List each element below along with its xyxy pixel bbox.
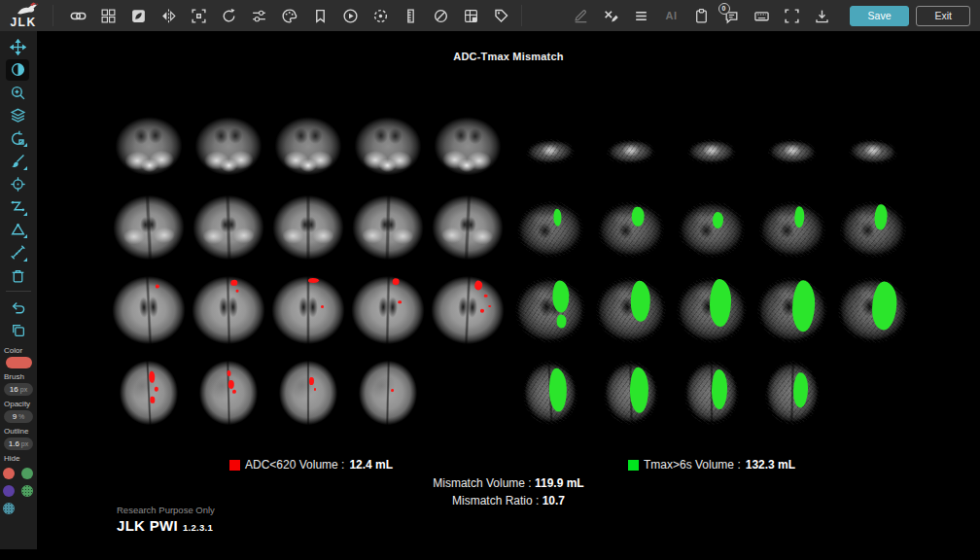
toolbar-left-group: [67, 5, 299, 26]
crosshair-tool[interactable]: [6, 173, 29, 194]
window-level-tool[interactable]: [6, 59, 29, 81]
bookmark-icon[interactable]: [309, 5, 331, 26]
hide-annotations-icon[interactable]: [430, 5, 451, 26]
trash-tool[interactable]: [6, 264, 29, 286]
dwi-slice[interactable]: [428, 103, 508, 186]
perfusion-slice[interactable]: [590, 186, 671, 268]
ai-icon[interactable]: AI: [661, 5, 682, 26]
noise-texture: [848, 137, 897, 164]
rotate-refresh-icon[interactable]: [218, 5, 239, 26]
perfusion-slice[interactable]: [671, 186, 752, 268]
perfusion-slice[interactable]: [671, 351, 752, 434]
adc-lesion-overlay: [227, 369, 230, 376]
layers-tool[interactable]: [6, 105, 29, 126]
polyline-tool[interactable]: [6, 196, 29, 218]
perfusion-slice[interactable]: [832, 268, 913, 351]
dwi-slice[interactable]: [268, 103, 348, 186]
dwi-slice[interactable]: [189, 103, 268, 186]
exit-button[interactable]: Exit: [916, 6, 970, 26]
noise-texture: [838, 199, 907, 259]
perfusion-slice[interactable]: [590, 268, 671, 351]
perfusion-slice[interactable]: [671, 268, 752, 351]
comments-icon[interactable]: 0: [721, 5, 743, 26]
link-icon[interactable]: [67, 5, 88, 26]
draw-pencil-icon[interactable]: [571, 5, 592, 26]
fit-view-icon[interactable]: [188, 5, 209, 26]
dwi-slice[interactable]: [189, 186, 268, 268]
perfusion-slice[interactable]: [752, 186, 832, 268]
save-button[interactable]: Save: [850, 6, 910, 26]
perfusion-slice[interactable]: [590, 351, 671, 434]
delete-annotation-icon[interactable]: [601, 5, 622, 26]
perfusion-slice[interactable]: [832, 186, 913, 268]
keyboard-shortcuts-icon[interactable]: [752, 5, 773, 26]
rotate-tool-tool[interactable]: [6, 127, 29, 149]
cell-grid-icon[interactable]: [460, 5, 481, 26]
dwi-slice[interactable]: [268, 351, 348, 434]
undo-tool[interactable]: [6, 297, 29, 318]
jlk-logo[interactable]: JLK: [0, 0, 47, 31]
brain-slice-image: [679, 201, 745, 258]
target-roi-icon[interactable]: [369, 5, 391, 26]
cine-play-icon[interactable]: [339, 5, 361, 26]
dwi-slice[interactable]: [428, 186, 508, 268]
dwi-slice[interactable]: [189, 268, 268, 351]
perfusion-slice[interactable]: [509, 351, 590, 434]
dwi-slice[interactable]: [109, 268, 189, 351]
opacity-control[interactable]: 9 %: [4, 410, 33, 423]
dwi-slice[interactable]: [348, 268, 428, 351]
opacity-unit: %: [18, 413, 24, 420]
perfusion-slice[interactable]: [590, 103, 671, 186]
dwi-slice[interactable]: [348, 351, 428, 434]
download-icon[interactable]: [812, 5, 833, 26]
tmax-legend: Tmax>6s Volume : 132.3 mL: [628, 458, 795, 472]
adjust-sliders-icon[interactable]: [248, 5, 269, 26]
perfusion-slice[interactable]: [509, 268, 590, 351]
flip-horizontal-icon[interactable]: [158, 5, 179, 26]
brush-unit: px: [20, 386, 27, 393]
color-palette-icon[interactable]: [278, 5, 299, 26]
dwi-slice[interactable]: [428, 268, 508, 351]
perfusion-slice[interactable]: [832, 103, 913, 186]
hide-color-dot-3[interactable]: [3, 485, 15, 497]
hide-color-dot-1[interactable]: [3, 468, 15, 479]
dwi-slice[interactable]: [189, 351, 268, 434]
outline-control[interactable]: 1.6 px: [4, 438, 33, 450]
perfusion-slice[interactable]: [671, 103, 752, 186]
tag-icon[interactable]: [490, 5, 511, 26]
dwi-slice[interactable]: [109, 351, 189, 434]
brain-slice-image: [190, 192, 267, 263]
ruler-icon[interactable]: [400, 5, 421, 26]
perfusion-slice[interactable]: [752, 103, 832, 186]
viewer-canvas[interactable]: ADC-Tmax Mismatch ADC<620 Volume : 12.4 …: [37, 31, 980, 560]
perfusion-slice[interactable]: [509, 186, 590, 268]
color-swatch[interactable]: [6, 357, 32, 368]
duplicate-tool[interactable]: [6, 320, 29, 341]
adc-lesion-overlay: [314, 388, 317, 391]
image-contrast-icon[interactable]: [127, 5, 149, 26]
clipboard-icon[interactable]: [691, 5, 713, 26]
dwi-slice[interactable]: [348, 186, 428, 268]
zoom-in-tool[interactable]: [6, 82, 29, 103]
dwi-slice[interactable]: [268, 186, 348, 268]
perfusion-slice[interactable]: [752, 268, 832, 351]
perfusion-slice[interactable]: [752, 351, 832, 434]
hide-color-dot-4[interactable]: [21, 485, 33, 497]
pan-tool[interactable]: [6, 36, 29, 57]
hide-color-dot-5[interactable]: [3, 503, 15, 514]
ai-label: AI: [666, 10, 678, 21]
fullscreen-icon[interactable]: [782, 5, 803, 26]
adc-legend: ADC<620 Volume : 12.4 mL: [229, 458, 393, 472]
perfusion-slice[interactable]: [509, 103, 590, 186]
polygon-tool[interactable]: [6, 219, 29, 240]
measure-tool[interactable]: [6, 242, 29, 263]
brush-tool[interactable]: [6, 151, 29, 172]
hide-color-dot-2[interactable]: [21, 468, 33, 479]
layout-grid-icon[interactable]: [97, 5, 119, 26]
dwi-slice[interactable]: [268, 268, 348, 351]
menu-lines-icon[interactable]: [631, 5, 652, 26]
dwi-slice[interactable]: [109, 186, 189, 268]
brush-size-control[interactable]: 16 px: [4, 383, 33, 396]
dwi-slice[interactable]: [348, 103, 428, 186]
dwi-slice[interactable]: [109, 103, 189, 186]
